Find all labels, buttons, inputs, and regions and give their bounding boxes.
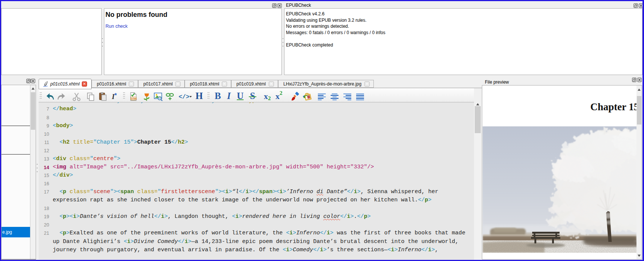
- svg-text:HTML: HTML: [131, 98, 137, 100]
- svg-text:*: *: [114, 92, 117, 99]
- svg-text:</>: </>: [179, 94, 190, 100]
